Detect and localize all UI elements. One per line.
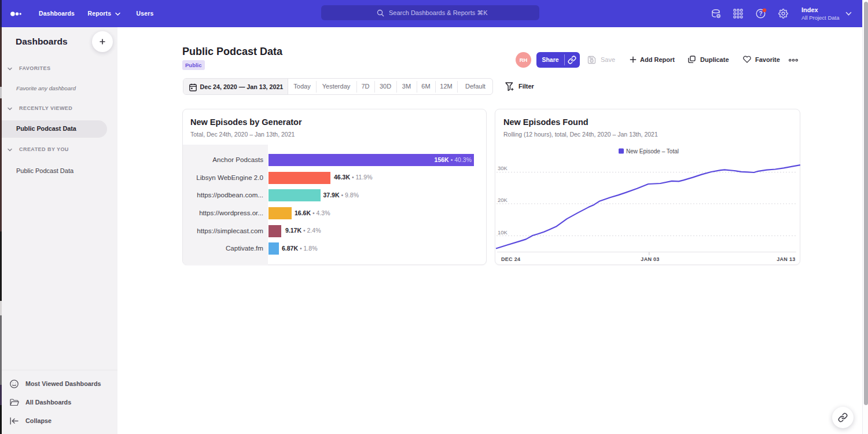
svg-text:JAN 13: JAN 13 [777, 256, 795, 262]
svg-text:DEC 24: DEC 24 [501, 256, 520, 262]
svg-text:JAN 03: JAN 03 [641, 256, 659, 262]
svg-text:30K: 30K [498, 165, 508, 171]
svg-text:New Episode – Total: New Episode – Total [626, 148, 679, 155]
svg-text:?: ? [759, 10, 762, 17]
svg-text:10K: 10K [498, 229, 508, 236]
svg-text:20K: 20K [498, 197, 508, 203]
